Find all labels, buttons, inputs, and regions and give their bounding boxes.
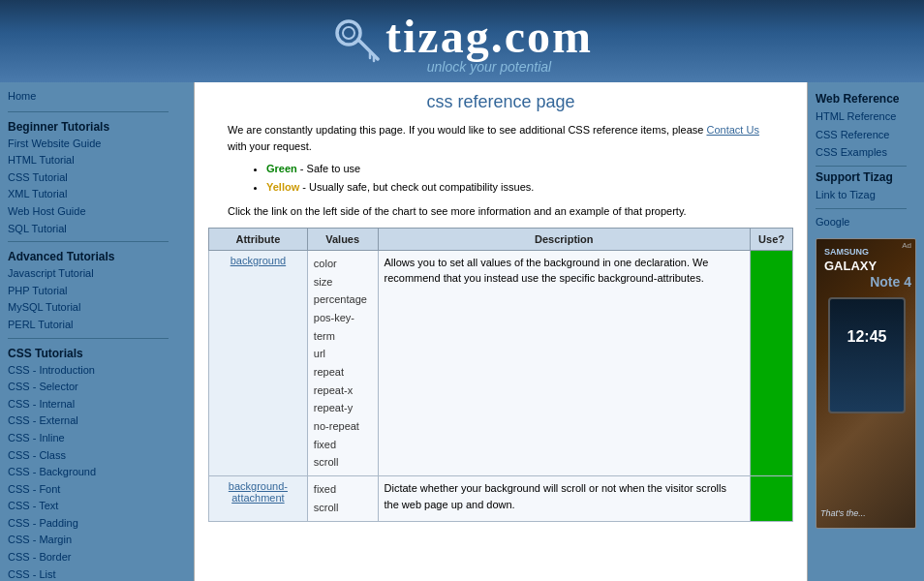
sidebar-item-html-tutorial[interactable]: HTML Tutorial	[8, 152, 186, 169]
col-header-description: Description	[378, 228, 751, 250]
sidebar-item-xml-tutorial[interactable]: XML Tutorial	[8, 186, 186, 203]
link-to-tizag[interactable]: Link to Tizag	[816, 186, 916, 204]
sidebar-item-mysql[interactable]: MySQL Tutorial	[8, 299, 186, 317]
css-examples-link[interactable]: CSS Examples	[816, 143, 916, 162]
css-links: CSS - Introduction CSS - Selector CSS - …	[8, 362, 186, 581]
sidebar-divider-3	[8, 338, 169, 339]
site-logo: tizag.com	[385, 10, 593, 63]
intro-text-end: with your request.	[228, 140, 312, 152]
advanced-links: Javascript Tutorial PHP Tutorial MySQL T…	[8, 265, 186, 333]
sidebar-item-css-background[interactable]: CSS - Background	[8, 464, 186, 481]
main-content: css reference page We are constantly upd…	[194, 82, 808, 581]
right-sidebar: Web Reference HTML Reference CSS Referen…	[808, 82, 924, 581]
page-title: css reference page	[208, 92, 793, 112]
header: tizag.com unlock your potential	[0, 0, 924, 82]
sidebar-item-sql-tutorial[interactable]: SQL Tutorial	[8, 221, 186, 238]
col-header-attribute: Attribute	[209, 228, 308, 250]
beginner-tutorials-header: Beginner Tutorials	[8, 120, 186, 134]
svg-point-1	[343, 27, 354, 39]
galaxy-text: GALAXY	[824, 259, 877, 273]
intro-para: We are constantly updating this page. If…	[228, 122, 774, 154]
attr-link-background-attachment[interactable]: background-attachment	[229, 480, 288, 504]
legend-list: Green - Safe to use Yellow - Usually saf…	[266, 160, 774, 196]
advertisement[interactable]: Ad SAMSUNG GALAXY Note 4 12:45 That's th…	[816, 238, 916, 529]
sidebar-item-css-margin[interactable]: CSS - Margin	[8, 532, 186, 549]
green-label: Green	[266, 163, 297, 174]
values-cell-background-attachment: fixedscroll	[307, 476, 378, 521]
home-link[interactable]: Home	[8, 88, 186, 106]
css-reference-link[interactable]: CSS Reference	[816, 126, 916, 144]
reference-table: Attribute Values Description Use? backgr…	[208, 228, 793, 522]
yellow-label: Yellow	[266, 181, 299, 193]
sidebar-item-css-font[interactable]: CSS - Font	[8, 481, 186, 499]
intro-text-1: We are constantly updating this page. If…	[228, 124, 703, 136]
sidebar-item-javascript[interactable]: Javascript Tutorial	[8, 265, 186, 283]
main-wrapper: Home Beginner Tutorials First Website Gu…	[0, 82, 924, 581]
sidebar-item-css-inline[interactable]: CSS - Inline	[8, 430, 186, 447]
attr-link-background[interactable]: background	[231, 255, 287, 266]
sidebar-item-web-host[interactable]: Web Host Guide	[8, 203, 186, 221]
yellow-desc: - Usually safe, but check out compatibil…	[302, 181, 534, 193]
sidebar-item-first-website[interactable]: First Website Guide	[8, 136, 186, 153]
sidebar-item-css-border[interactable]: CSS - Border	[8, 549, 186, 566]
col-header-values: Values	[307, 228, 378, 250]
key-icon	[331, 15, 380, 69]
svg-point-0	[337, 21, 360, 45]
sidebar-item-css-intro[interactable]: CSS - Introduction	[8, 362, 186, 380]
sidebar-item-css-external[interactable]: CSS - External	[8, 413, 186, 430]
sidebar-item-css-tutorial[interactable]: CSS Tutorial	[8, 169, 186, 187]
desc-cell-background: Allows you to set all values of the back…	[378, 250, 751, 475]
legend-green: Green - Safe to use	[266, 160, 774, 178]
use-cell-background	[751, 250, 793, 475]
web-reference-header: Web Reference	[816, 92, 916, 106]
css-tutorials-header: CSS Tutorials	[8, 347, 186, 360]
intro-section: We are constantly updating this page. If…	[228, 122, 774, 220]
col-header-use: Use?	[751, 228, 793, 250]
html-reference-link[interactable]: HTML Reference	[816, 107, 916, 126]
support-tizag-header: Support Tizag	[816, 170, 916, 184]
table-row: background-attachment fixedscroll Dictat…	[209, 476, 793, 521]
note4-text: Note 4	[870, 274, 911, 290]
sidebar-item-php[interactable]: PHP Tutorial	[8, 283, 186, 300]
sidebar-item-css-text[interactable]: CSS - Text	[8, 498, 186, 515]
sidebar-item-perl[interactable]: PERL Tutorial	[8, 317, 186, 334]
sidebar-item-css-list[interactable]: CSS - List	[8, 566, 186, 581]
right-sidebar-divider-1	[816, 166, 907, 167]
sidebar-divider-2	[8, 241, 169, 242]
google-link[interactable]: Google	[816, 213, 916, 231]
ad-label: Ad	[902, 241, 911, 250]
table-row: background colorsizepercentagepos-key-te…	[209, 250, 793, 475]
right-sidebar-divider-2	[816, 208, 907, 209]
sidebar-item-css-internal[interactable]: CSS - Internal	[8, 396, 186, 413]
phone-screen: 12:45	[828, 297, 906, 413]
sidebar-item-css-padding[interactable]: CSS - Padding	[8, 515, 186, 533]
values-cell-background: colorsizepercentagepos-key-termurlrepeat…	[307, 250, 378, 475]
sidebar-item-css-selector[interactable]: CSS - Selector	[8, 379, 186, 396]
sidebar-divider-1	[8, 111, 169, 112]
green-desc: - Safe to use	[300, 163, 360, 174]
legend-yellow: Yellow - Usually safe, but check out com…	[266, 178, 774, 197]
use-cell-background-attachment	[751, 476, 793, 521]
attr-cell-background: background	[209, 250, 308, 475]
attr-cell-background-attachment: background-attachment	[209, 476, 308, 521]
sidebar-item-css-class[interactable]: CSS - Class	[8, 447, 186, 465]
samsung-text: SAMSUNG	[824, 247, 869, 257]
phone-time: 12:45	[830, 328, 904, 346]
beginner-links: First Website Guide HTML Tutorial CSS Tu…	[8, 136, 186, 238]
contact-us-link[interactable]: Contact Us	[706, 124, 758, 136]
click-instruction: Click the link on the left side of the c…	[228, 203, 774, 220]
sidebar: Home Beginner Tutorials First Website Gu…	[0, 82, 194, 581]
ad-bottom-text: That's the...	[820, 508, 866, 518]
desc-cell-background-attachment: Dictate whether your background will scr…	[378, 476, 751, 521]
advanced-tutorials-header: Advanced Tutorials	[8, 250, 186, 263]
